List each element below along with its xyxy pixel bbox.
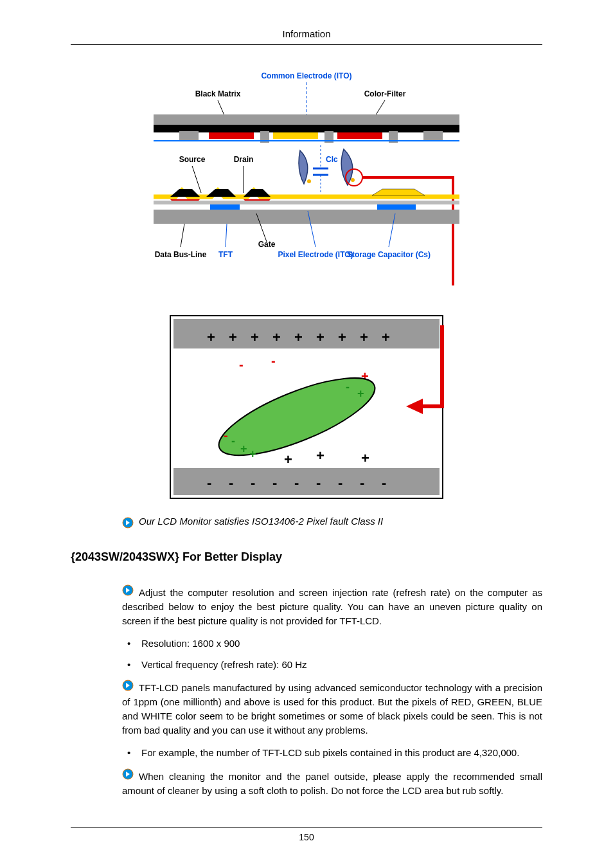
label-color-filter: Color-Filter bbox=[364, 89, 406, 98]
svg-line-28 bbox=[226, 224, 227, 247]
svg-text:-: - bbox=[294, 475, 299, 491]
svg-text:+: + bbox=[240, 442, 247, 455]
paragraph-1-text: Adjust the computer resolution and scree… bbox=[122, 587, 542, 626]
svg-text:+: + bbox=[284, 451, 292, 467]
svg-line-27 bbox=[181, 224, 184, 247]
svg-text:-: - bbox=[338, 475, 342, 491]
label-black-matrix: Black Matrix bbox=[195, 89, 241, 98]
label-clc: Clc bbox=[326, 155, 338, 164]
svg-text:+: + bbox=[207, 329, 215, 345]
svg-rect-5 bbox=[209, 132, 254, 139]
section-heading: {2043SW/2043SWX} For Better Display bbox=[71, 550, 542, 564]
tft-cross-section-svg: Common Electrode (ITO) Black Matrix Colo… bbox=[147, 67, 466, 298]
svg-text:-: - bbox=[382, 475, 386, 491]
svg-text:+: + bbox=[316, 329, 324, 345]
label-data-bus-line: Data Bus-Line bbox=[155, 250, 207, 259]
lc-cell-svg: +++ +++ +++ -- + -+ -++ - +++ bbox=[168, 314, 445, 500]
svg-text:+: + bbox=[338, 329, 346, 345]
iso-note-text: Our LCD Monitor satisfies ISO13406-2 Pix… bbox=[139, 516, 383, 527]
svg-text:+: + bbox=[360, 329, 368, 345]
svg-rect-8 bbox=[179, 131, 199, 141]
resolution-item: Resolution: 1600 x 900 bbox=[122, 637, 542, 651]
example-item: For example, the number of TFT-LCD sub p… bbox=[122, 746, 542, 761]
svg-point-19 bbox=[351, 178, 355, 182]
lc-cell-figure: +++ +++ +++ -- + -+ -++ - +++ bbox=[168, 314, 445, 503]
svg-rect-24 bbox=[210, 204, 240, 210]
svg-rect-3 bbox=[154, 114, 459, 125]
svg-marker-66 bbox=[406, 399, 423, 414]
arrow-bullet-icon bbox=[122, 680, 134, 695]
svg-text:-: - bbox=[251, 475, 255, 491]
page-footer: 150 bbox=[71, 827, 542, 842]
svg-point-18 bbox=[307, 179, 311, 183]
svg-text:+: + bbox=[272, 329, 281, 345]
svg-text:-: - bbox=[271, 354, 276, 368]
page-number: 150 bbox=[299, 832, 314, 842]
svg-text:-: - bbox=[231, 435, 235, 448]
arrow-bullet-icon bbox=[122, 768, 134, 784]
svg-text:-: - bbox=[272, 475, 277, 491]
tft-cross-section-figure: Common Electrode (ITO) Black Matrix Colo… bbox=[147, 67, 466, 301]
svg-rect-25 bbox=[377, 204, 416, 210]
paragraph-3: When cleaning the monitor and the panel … bbox=[122, 770, 542, 798]
svg-line-21 bbox=[192, 166, 201, 193]
svg-rect-56 bbox=[173, 468, 440, 495]
label-storage-capacitor: Storage Capacitor (Cs) bbox=[347, 250, 431, 259]
svg-text:-: - bbox=[346, 381, 350, 393]
label-common-electrode: Common Electrode (ITO) bbox=[261, 71, 351, 80]
label-source: Source bbox=[179, 155, 206, 164]
svg-text:+: + bbox=[229, 329, 237, 345]
svg-rect-4 bbox=[154, 125, 459, 132]
svg-rect-23 bbox=[154, 201, 459, 204]
svg-text:+: + bbox=[316, 448, 324, 464]
paragraph-2-text: TFT-LCD panels manufactured by using adv… bbox=[122, 682, 542, 735]
iso-note: Our LCD Monitor satisfies ISO13406-2 Pix… bbox=[122, 516, 542, 531]
svg-rect-7 bbox=[337, 132, 382, 139]
example-list: For example, the number of TFT-LCD sub p… bbox=[122, 746, 542, 761]
svg-rect-13 bbox=[154, 140, 459, 141]
svg-text:-: - bbox=[239, 357, 244, 372]
refresh-item: Vertical frequency (refresh rate): 60 Hz bbox=[122, 658, 542, 673]
svg-text:+: + bbox=[251, 329, 259, 345]
paragraph-2: TFT-LCD panels manufactured by using adv… bbox=[122, 681, 542, 737]
svg-text:+: + bbox=[382, 329, 390, 345]
arrow-bullet-icon bbox=[122, 584, 134, 600]
svg-text:-: - bbox=[224, 428, 228, 442]
label-drain: Drain bbox=[234, 155, 254, 164]
svg-text:+: + bbox=[294, 329, 303, 345]
svg-rect-6 bbox=[273, 132, 318, 139]
label-tft: TFT bbox=[218, 250, 233, 259]
svg-text:-: - bbox=[316, 475, 321, 491]
arrow-bullet-icon bbox=[122, 517, 134, 531]
label-gate: Gate bbox=[258, 240, 276, 249]
svg-text:-: - bbox=[207, 475, 211, 491]
svg-text:+: + bbox=[361, 450, 369, 466]
svg-rect-12 bbox=[423, 131, 443, 141]
paragraph-3-text: When cleaning the monitor and the panel … bbox=[122, 771, 542, 796]
svg-text:+: + bbox=[249, 448, 256, 460]
page-header: Information bbox=[71, 28, 542, 45]
svg-text:-: - bbox=[229, 475, 233, 491]
svg-text:+: + bbox=[357, 387, 364, 400]
label-pixel-electrode: Pixel Electrode (ITO) bbox=[278, 250, 353, 259]
paragraph-1: Adjust the computer resolution and scree… bbox=[122, 586, 542, 628]
svg-rect-26 bbox=[154, 210, 459, 224]
svg-point-46 bbox=[210, 363, 384, 471]
spec-list: Resolution: 1600 x 900 Vertical frequenc… bbox=[122, 637, 542, 672]
svg-text:-: - bbox=[360, 475, 364, 491]
body-content: Adjust the computer resolution and scree… bbox=[122, 586, 542, 797]
header-title: Information bbox=[282, 28, 330, 39]
